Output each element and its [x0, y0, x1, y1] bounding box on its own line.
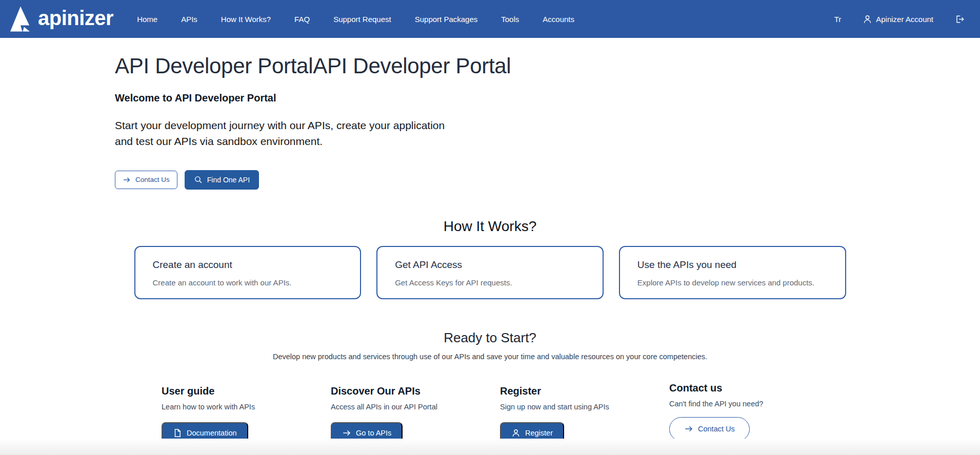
how-it-works-section: How It Works? Create an account Create a…	[0, 218, 980, 299]
nav-link-home[interactable]: Home	[137, 15, 157, 24]
column-title: Register	[500, 385, 654, 397]
welcome-heading: Welcome to API Developer Portal	[115, 92, 980, 104]
ready-subtitle: Develop new products and services throug…	[0, 353, 980, 361]
arrow-right-icon	[342, 428, 351, 438]
hero-description: Start your development journey with our …	[115, 117, 448, 149]
nav-link-accounts[interactable]: Accounts	[543, 15, 574, 24]
nav-link-how-it-works[interactable]: How It Works?	[221, 15, 271, 24]
apinizer-logo-icon	[8, 6, 33, 32]
contact-us-label: Contact Us	[135, 176, 170, 183]
column-user-guide: User guide Learn how to work with APIs D…	[162, 385, 331, 444]
account-menu[interactable]: Apinizer Account	[863, 14, 933, 24]
column-title: Discover Our APIs	[331, 385, 485, 397]
card-description: Explore APIs to develop new services and…	[637, 278, 828, 287]
register-label: Register	[525, 429, 553, 437]
column-description: Learn how to work with APIs	[162, 403, 315, 411]
column-contact-us: Contact us Can't find the API you need? …	[669, 382, 838, 444]
footer-top-edge	[0, 439, 980, 455]
column-description: Can't find the API you need?	[669, 400, 823, 408]
ready-columns: User guide Learn how to work with APIs D…	[162, 385, 980, 444]
contact-us-button[interactable]: Contact Us	[115, 171, 177, 189]
main-navigation: Home APIs How It Works? FAQ Support Requ…	[137, 15, 574, 24]
contact-us-pill-button[interactable]: Contact Us	[669, 417, 750, 441]
card-get-api-access[interactable]: Get API Access Get Access Keys for API r…	[376, 246, 604, 299]
arrow-right-icon	[684, 424, 693, 433]
card-description: Get Access Keys for API requests.	[395, 278, 585, 287]
account-label: Apinizer Account	[876, 15, 933, 24]
card-use-apis[interactable]: Use the APIs you need Explore APIs to de…	[619, 246, 846, 299]
nav-link-faq[interactable]: FAQ	[294, 15, 310, 24]
card-description: Create an account to work with our APIs.	[153, 278, 343, 287]
contact-us-pill-label: Contact Us	[698, 425, 735, 433]
arrow-right-icon	[123, 176, 131, 184]
documentation-label: Documentation	[187, 429, 237, 437]
person-icon	[511, 428, 521, 438]
search-icon	[194, 175, 203, 184]
navbar-right: Tr Apinizer Account	[834, 14, 965, 24]
card-title: Create an account	[153, 259, 343, 271]
nav-link-tools[interactable]: Tools	[501, 15, 519, 24]
column-discover-apis: Discover Our APIs Access all APIs in our…	[331, 385, 500, 444]
column-title: Contact us	[669, 382, 823, 394]
card-create-account[interactable]: Create an account Create an account to w…	[134, 246, 362, 299]
nav-link-support-request[interactable]: Support Request	[333, 15, 391, 24]
ready-to-start-section: Ready to Start? Develop new products and…	[0, 330, 980, 444]
page-title: API Developer PortalAPI Developer Portal	[115, 53, 980, 79]
hero-section: API Developer PortalAPI Developer Portal…	[0, 38, 980, 190]
column-title: User guide	[162, 385, 315, 397]
person-icon	[863, 14, 872, 24]
ready-heading: Ready to Start?	[0, 330, 980, 346]
how-it-works-heading: How It Works?	[0, 218, 980, 235]
nav-link-apis[interactable]: APIs	[181, 15, 197, 24]
card-title: Use the APIs you need	[637, 259, 828, 271]
column-description: Access all APIs in our API Portal	[331, 403, 485, 411]
column-description: Sign up now and start using APIs	[500, 403, 654, 411]
language-switch[interactable]: Tr	[834, 15, 842, 24]
hero-buttons: Contact Us Find One API	[115, 170, 980, 190]
column-register: Register Sign up now and start using API…	[500, 385, 669, 444]
logout-icon[interactable]	[955, 14, 965, 24]
document-icon	[173, 428, 182, 438]
go-to-apis-label: Go to APIs	[356, 429, 391, 437]
nav-link-support-packages[interactable]: Support Packages	[415, 15, 478, 24]
top-navbar: apinizer Home APIs How It Works? FAQ Sup…	[0, 0, 980, 38]
find-one-api-button[interactable]: Find One API	[185, 170, 259, 190]
find-one-api-label: Find One API	[207, 176, 250, 184]
card-title: Get API Access	[395, 259, 585, 271]
how-it-works-cards: Create an account Create an account to w…	[134, 246, 846, 299]
logo-text: apinizer	[38, 8, 113, 30]
apinizer-logo[interactable]: apinizer	[8, 6, 113, 32]
